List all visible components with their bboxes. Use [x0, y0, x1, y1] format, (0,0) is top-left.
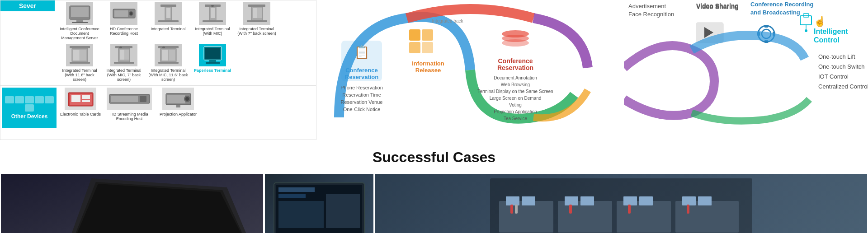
device-label-recording: HD Conference Recording Host: [104, 27, 144, 36]
svg-rect-1: [71, 7, 89, 17]
svg-rect-36: [169, 50, 175, 61]
device-icon-terminal-116back: [66, 44, 93, 66]
svg-text:Web Browsing: Web Browsing: [501, 82, 530, 87]
bottom-row: Other Devices Electronic Table Cards: [0, 85, 316, 130]
svg-text:Conference: Conference: [498, 57, 533, 65]
svg-rect-91: [764, 25, 768, 28]
svg-text:Conference: Conference: [345, 67, 378, 74]
svg-text:☝: ☝: [814, 15, 826, 28]
device-label-server1: Intelligent Conference Document Manageme…: [59, 27, 100, 40]
case-image-3: [375, 174, 867, 233]
mini-icon-5: [45, 96, 54, 103]
intelligent-control-label-2: Control: [814, 36, 840, 44]
device-icon-terminal-mic: [199, 2, 226, 25]
centralized-control-text: Centralized Control: [818, 83, 868, 90]
video-sharing-label-overlay: Video Sharing: [696, 2, 739, 9]
device-label-terminal-116back: Integrated Terminal (With 11.6" back scr…: [59, 68, 100, 82]
svg-rect-25: [80, 50, 86, 61]
one-touch-lift-text: One-touch Lift: [818, 53, 855, 60]
mini-icon-6: [25, 104, 34, 112]
svg-rect-111: [558, 201, 612, 233]
svg-rect-21: [247, 20, 267, 22]
mini-icon-3: [25, 96, 34, 103]
svg-point-38: [162, 47, 165, 48]
device-icon-terminal-mic-116back: [155, 44, 182, 66]
svg-rect-29: [120, 50, 124, 60]
svg-rect-117: [580, 196, 594, 205]
other-device-icons: [2, 96, 57, 112]
device-icon-terminal-mic-7back: [110, 44, 137, 66]
cases-images-row: [0, 174, 868, 233]
other-devices-box: Other Devices: [2, 88, 57, 128]
svg-rect-106: [278, 194, 306, 198]
device-projection-applicator: Projection Applicator: [158, 88, 198, 128]
svg-point-74: [502, 39, 529, 47]
device-icon-terminal-7back: [243, 2, 270, 25]
device-paperless-terminal: Paperless Terminal: [192, 44, 233, 82]
svg-text:One-Click Notice: One-Click Notice: [343, 107, 381, 112]
device-label-terminal-mic-7back: Integrated Terminal (With MIC, 7" back s…: [104, 68, 144, 82]
svg-rect-8: [160, 5, 176, 7]
device-integrated-terminal-mic-116back: Integrated Terminal (With MIC, 11.6" bac…: [148, 44, 189, 82]
svg-rect-31: [114, 62, 134, 64]
device-label-terminal-mic: Integrated Terminal (With MIC): [192, 27, 233, 36]
device-label-streaming: HD Streaming Media Encoding Host: [104, 112, 154, 121]
case-image-3-svg: [375, 174, 867, 233]
device-icon-table-cards: [65, 88, 96, 110]
svg-text:Reservation: Reservation: [497, 64, 533, 71]
svg-text:Information: Information: [412, 60, 444, 67]
svg-rect-46: [82, 95, 90, 99]
device-electronic-table-cards: Electronic Table Cards: [60, 88, 101, 128]
one-touch-switch-text: One-touch Switch: [818, 63, 865, 70]
svg-rect-119: [639, 196, 653, 205]
device-integrated-terminal-116back: Integrated Terminal (With 11.6" back scr…: [59, 44, 100, 82]
svg-rect-15: [203, 20, 223, 22]
svg-point-98: [805, 29, 807, 32]
right-diagram-svg: Advertisement Face Recognition Video Sha…: [624, 0, 868, 140]
svg-rect-47: [82, 100, 90, 102]
svg-rect-5: [114, 10, 128, 17]
case-image-2: [265, 174, 373, 233]
svg-rect-19: [253, 8, 257, 18]
svg-rect-126: [687, 205, 689, 214]
device-icon-paperless: [199, 44, 226, 66]
svg-point-7: [130, 12, 132, 15]
mini-icon-4: [35, 96, 44, 103]
svg-rect-30: [124, 50, 129, 60]
svg-rect-123: [515, 205, 518, 214]
device-label-terminal-7back: Integrated Terminal (With 7" back screen…: [236, 27, 277, 36]
svg-rect-26: [70, 62, 90, 64]
svg-point-16: [211, 5, 214, 7]
svg-text:Integrated back: Integrated back: [432, 19, 464, 23]
svg-text:Document Annotation: Document Annotation: [494, 75, 537, 80]
svg-rect-67: [409, 42, 420, 53]
svg-point-32: [119, 47, 122, 48]
svg-rect-2: [76, 20, 83, 22]
svg-rect-120: [682, 196, 696, 205]
advertisement-text: Advertisement: [628, 3, 666, 9]
svg-rect-121: [698, 196, 712, 205]
device-grid: Intelligent Conference Document Manageme…: [0, 0, 316, 84]
svg-rect-40: [205, 48, 220, 59]
svg-rect-107: [278, 201, 324, 228]
device-hd-streaming: HD Streaming Media Encoding Host: [104, 88, 154, 128]
svg-text:Releasee: Releasee: [415, 67, 441, 74]
device-icon-recording: [110, 2, 137, 25]
svg-rect-124: [569, 205, 572, 214]
svg-point-54: [185, 97, 189, 101]
device-icon-terminal1: [155, 2, 182, 25]
svg-rect-110: [499, 201, 553, 233]
device-integrated-terminal-1: Integrated Terminal: [148, 2, 189, 40]
svg-rect-20: [257, 8, 262, 18]
svg-rect-112: [617, 201, 671, 233]
svg-rect-122: [510, 205, 513, 214]
svg-rect-45: [71, 95, 80, 102]
svg-rect-66: [422, 29, 433, 41]
device-integrated-terminal-mic-7back: Integrated Terminal (With MIC, 7" back s…: [104, 44, 144, 82]
svg-text:Voting: Voting: [509, 103, 522, 107]
face-recognition-text: Face Recognition: [628, 11, 674, 18]
conf-recording-text-1: Conference Recording: [750, 1, 813, 8]
svg-text:Projection Application: Projection Application: [494, 109, 537, 114]
svg-rect-27: [115, 46, 132, 48]
successful-cases-section: Successful Cases: [0, 140, 868, 233]
